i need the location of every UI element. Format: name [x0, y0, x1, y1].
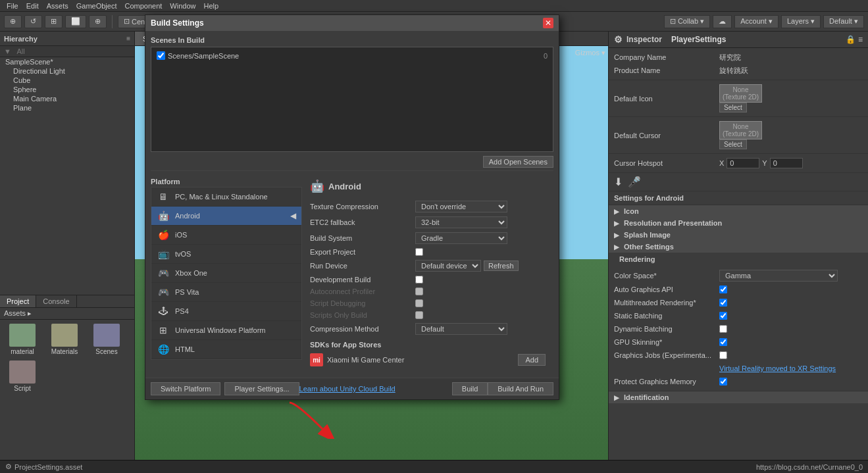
inspector-menu-icon[interactable]: ≡: [858, 35, 863, 44]
menu-component[interactable]: Component: [120, 2, 166, 10]
tab-console[interactable]: Console: [36, 295, 76, 307]
dev-build-label: Development Build: [310, 276, 415, 284]
dialog-footer: Switch Platform Player Settings... Learn…: [145, 378, 559, 399]
refresh-btn[interactable]: Refresh: [484, 261, 519, 271]
hierarchy-item-maincamera[interactable]: Main Camera: [0, 94, 134, 103]
cloud-btn[interactable]: ☁: [713, 15, 732, 28]
platform-list: 🖥 PC, Mac & Linux Standalone 🤖 Android ◀…: [151, 187, 302, 360]
platform-uwp[interactable]: ⊞ Universal Windows Platform: [151, 321, 301, 340]
asset-script[interactable]: Script: [3, 359, 42, 393]
platform-html5[interactable]: 🌐 HTML: [151, 340, 301, 359]
cloud-link[interactable]: Learn about Unity Cloud Build: [299, 385, 396, 393]
dev-build-checkbox[interactable]: [415, 276, 423, 284]
resolution-section-header[interactable]: ▶ Resolution and Presentation: [609, 217, 868, 229]
static-batching-checkbox[interactable]: [719, 312, 727, 320]
hierarchy-scene[interactable]: SampleScene*: [0, 57, 134, 66]
platform-psvita[interactable]: 🎮 PS Vita: [151, 283, 301, 302]
color-space-dropdown[interactable]: Gamma: [719, 270, 838, 282]
dialog-content: Scenes In Build Scenes/SampleScene 0 Add…: [145, 31, 559, 378]
platform-android[interactable]: 🤖 Android ◀: [151, 207, 301, 226]
menu-assets[interactable]: Assets: [43, 2, 72, 10]
inspector-identity-section: Company Name 研究院 Product Name 旋转跳跃: [609, 48, 868, 80]
platform-tvos[interactable]: 📺 tvOS: [151, 245, 301, 264]
vr-link[interactable]: Virtual Reality moved to XR Settings: [719, 364, 836, 372]
switch-platform-btn[interactable]: Switch Platform: [151, 382, 220, 395]
dynamic-batching-checkbox[interactable]: [719, 325, 727, 333]
android-icon: 🤖: [157, 209, 170, 222]
collab-btn[interactable]: ⊡ Collab ▾: [664, 15, 710, 28]
select-cursor-btn[interactable]: Select: [719, 139, 747, 149]
platform-xbox[interactable]: 🎮 Xbox One: [151, 264, 301, 283]
platform-ps4[interactable]: 🕹 PS4: [151, 302, 301, 321]
menu-edit[interactable]: Edit: [22, 2, 43, 10]
transform-scale-btn[interactable]: ⊞: [45, 15, 63, 28]
hierarchy-search[interactable]: [0, 46, 134, 57]
default-layout-btn[interactable]: Default ▾: [823, 15, 864, 28]
run-device-label: Run Device: [310, 262, 415, 270]
transform-rotate-btn[interactable]: ↺: [24, 15, 42, 28]
pc-icon: 🖥: [157, 190, 170, 203]
gpu-skinning-row: GPU Skinning*: [614, 336, 863, 349]
platform-psvita-label: PS Vita: [175, 288, 199, 296]
transform-position-btn[interactable]: ⊕: [4, 15, 22, 28]
add-open-scenes-btn[interactable]: Add Open Scenes: [483, 156, 553, 168]
hierarchy-item-sphere[interactable]: Sphere: [0, 85, 134, 94]
export-project-checkbox[interactable]: [415, 248, 423, 256]
platform-ios[interactable]: 🍎 iOS: [151, 226, 301, 245]
assets-header[interactable]: Assets ▸: [0, 308, 134, 320]
asset-label-material: material: [11, 348, 34, 355]
sdk-label: Xiaomi Mi Game Center: [327, 356, 514, 364]
build-system-dropdown[interactable]: Gradle: [415, 232, 507, 244]
graphics-jobs-checkbox[interactable]: [719, 351, 727, 359]
cursor-x-input[interactable]: [727, 158, 759, 168]
protect-graphics-row: Protect Graphics Memory: [614, 375, 863, 388]
dialog-close-btn[interactable]: ✕: [543, 18, 553, 28]
icon-collapse-icon: ▶: [614, 208, 619, 215]
folder-icon-scenes: [93, 324, 120, 347]
compression-dropdown[interactable]: Default: [415, 323, 507, 335]
inspector-lock-icon[interactable]: 🔒: [846, 35, 855, 44]
default-cursor-value: None(Texture 2D) Select: [719, 121, 762, 149]
platform-pc[interactable]: 🖥 PC, Mac & Linux Standalone: [151, 187, 301, 207]
mic-icon: 🎤: [628, 176, 641, 188]
sdk-row: mi Xiaomi Mi Game Center Add: [310, 351, 546, 368]
build-and-run-btn[interactable]: Build And Run: [488, 382, 553, 395]
run-device-dropdown[interactable]: Default device: [415, 260, 481, 272]
hierarchy-options[interactable]: ≡: [126, 35, 130, 42]
asset-material[interactable]: material: [3, 322, 42, 357]
product-name-label: Product Name: [614, 66, 719, 74]
layers-btn[interactable]: Layers ▾: [781, 15, 821, 28]
build-btn[interactable]: Build: [452, 382, 488, 395]
gizmos-btn[interactable]: Gizmos ▾: [575, 49, 605, 57]
scene-checkbox[interactable]: [157, 51, 165, 60]
menu-gameobject[interactable]: GameObject: [72, 2, 121, 10]
protect-graphics-checkbox[interactable]: [719, 378, 727, 386]
hierarchy-item-directional[interactable]: Directional Light: [0, 66, 134, 76]
asset-scenes[interactable]: Scenes: [87, 322, 126, 357]
texture-compression-dropdown[interactable]: Don't override: [415, 201, 507, 212]
hierarchy-item-plane[interactable]: Plane: [0, 103, 134, 112]
identification-section-header[interactable]: ▶ Identification: [609, 391, 868, 403]
gpu-skinning-checkbox[interactable]: [719, 338, 727, 346]
multithreaded-checkbox[interactable]: [719, 299, 727, 307]
transform-move-btn[interactable]: ⊕: [89, 15, 107, 28]
asset-materials[interactable]: Materials: [45, 322, 84, 357]
hierarchy-item-cube[interactable]: Cube: [0, 76, 134, 85]
rendering-section: Color Space* Gamma Auto Graphics API Mul…: [609, 266, 868, 391]
cursor-y-input[interactable]: [770, 158, 803, 168]
account-btn[interactable]: Account ▾: [734, 15, 779, 28]
player-settings-btn[interactable]: Player Settings...: [224, 382, 299, 395]
project-settings-label[interactable]: ⚙: [5, 462, 12, 471]
select-icon-btn[interactable]: Select: [719, 103, 747, 112]
menu-help[interactable]: Help: [199, 2, 222, 10]
menu-file[interactable]: File: [3, 2, 22, 10]
icon-section-header[interactable]: ▶ Icon: [609, 205, 868, 217]
splash-section-header[interactable]: ▶ Splash Image: [609, 229, 868, 241]
auto-graphics-checkbox[interactable]: [719, 286, 727, 293]
menu-window[interactable]: Window: [166, 2, 199, 10]
transform-rect-btn[interactable]: ⬜: [65, 15, 86, 28]
other-settings-header[interactable]: ▶ Other Settings: [609, 241, 868, 253]
tab-project[interactable]: Project: [0, 295, 36, 307]
sdk-add-btn[interactable]: Add: [518, 354, 546, 366]
etc2-dropdown[interactable]: 32-bit: [415, 216, 507, 228]
